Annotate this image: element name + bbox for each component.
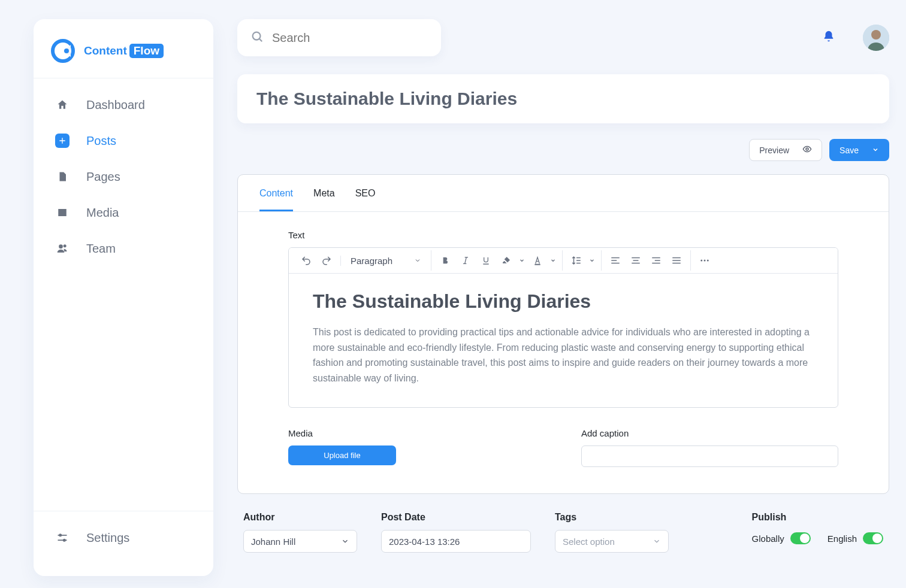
align-left-icon bbox=[610, 255, 621, 266]
svg-point-4 bbox=[59, 534, 61, 536]
user-avatar[interactable] bbox=[863, 25, 889, 51]
tags-select[interactable]: Select option bbox=[555, 530, 669, 553]
tab-content[interactable]: Content bbox=[259, 175, 293, 211]
highlight-button[interactable] bbox=[496, 250, 517, 271]
chevron-down-icon bbox=[519, 257, 525, 263]
bold-button[interactable] bbox=[435, 250, 455, 271]
editor-card: Content Meta SEO Text Paragraph bbox=[237, 174, 889, 494]
sidebar-item-pages[interactable]: Pages bbox=[44, 161, 203, 192]
editor-body: Text Paragraph bbox=[238, 212, 889, 493]
page-title: The Sustainable Living Diaries bbox=[256, 89, 870, 109]
align-center-button[interactable] bbox=[626, 250, 646, 271]
sidebar-item-label: Media bbox=[86, 206, 119, 220]
italic-button[interactable] bbox=[455, 250, 476, 271]
sidebar-item-label: Settings bbox=[86, 531, 129, 545]
text-color-button[interactable] bbox=[527, 250, 548, 271]
bell-icon bbox=[822, 30, 835, 43]
tags-label: Tags bbox=[555, 512, 669, 523]
caption-label: Add caption bbox=[581, 428, 838, 438]
sidebar-footer: Settings bbox=[34, 511, 213, 576]
highlight-icon bbox=[502, 256, 511, 265]
notifications-button[interactable] bbox=[822, 30, 835, 46]
postdate-label: Post Date bbox=[381, 512, 531, 523]
postdate-input[interactable]: 2023-04-13 13:26 bbox=[381, 530, 531, 553]
caption-input[interactable] bbox=[581, 445, 838, 467]
line-height-button[interactable] bbox=[566, 250, 587, 271]
postdate-field: Post Date 2023-04-13 13:26 bbox=[381, 512, 531, 553]
search-box[interactable] bbox=[237, 19, 441, 56]
publish-label: Publish bbox=[752, 512, 883, 523]
sidebar-item-team[interactable]: Team bbox=[44, 233, 203, 264]
editor-tabs: Content Meta SEO bbox=[238, 175, 889, 212]
sidebar-item-dashboard[interactable]: Dashboard bbox=[44, 89, 203, 120]
undo-button[interactable] bbox=[296, 250, 316, 271]
svg-point-9 bbox=[806, 148, 808, 150]
document-icon bbox=[55, 169, 70, 184]
author-select[interactable]: Johann Hill bbox=[243, 530, 357, 553]
media-label: Media bbox=[288, 428, 545, 438]
preview-button[interactable]: Preview bbox=[749, 139, 822, 161]
svg-point-1 bbox=[64, 49, 69, 53]
line-height-dropdown[interactable] bbox=[587, 250, 597, 271]
action-row: Preview Save bbox=[237, 139, 889, 161]
bold-icon bbox=[440, 256, 450, 265]
content-heading: The Sustainable Living Diaries bbox=[313, 290, 814, 313]
redo-button[interactable] bbox=[316, 250, 337, 271]
align-justify-button[interactable] bbox=[666, 250, 687, 271]
publish-field: Publish Globally English bbox=[752, 512, 883, 544]
tags-field: Tags Select option bbox=[555, 512, 669, 553]
underline-button[interactable] bbox=[476, 250, 496, 271]
publish-globally-row: Globally bbox=[752, 532, 811, 544]
svg-point-5 bbox=[64, 539, 65, 541]
svg-point-6 bbox=[253, 32, 261, 40]
text-color-dropdown[interactable] bbox=[548, 250, 558, 271]
save-button[interactable]: Save bbox=[829, 139, 889, 161]
publish-english-row: English bbox=[828, 532, 883, 544]
caption-col: Add caption bbox=[581, 428, 838, 467]
more-button[interactable] bbox=[694, 250, 715, 271]
tab-meta[interactable]: Meta bbox=[313, 175, 335, 211]
search-input[interactable] bbox=[272, 31, 428, 45]
align-justify-icon bbox=[671, 255, 682, 266]
highlight-dropdown[interactable] bbox=[517, 250, 527, 271]
tab-seo[interactable]: SEO bbox=[355, 175, 376, 211]
sidebar-item-label: Team bbox=[86, 242, 116, 256]
sidebar-item-label: Dashboard bbox=[86, 98, 145, 112]
upload-file-button[interactable]: Upload file bbox=[288, 445, 396, 465]
globally-label: Globally bbox=[752, 534, 784, 544]
svg-point-8 bbox=[871, 30, 881, 40]
search-icon bbox=[250, 30, 264, 46]
rte-content[interactable]: The Sustainable Living Diaries This post… bbox=[289, 274, 838, 407]
sidebar-nav: Dashboard Posts Pages Media bbox=[34, 78, 213, 511]
align-right-icon bbox=[651, 255, 662, 266]
undo-icon bbox=[301, 255, 312, 266]
sidebar-item-settings[interactable]: Settings bbox=[44, 522, 203, 553]
svg-point-11 bbox=[704, 260, 706, 262]
svg-point-12 bbox=[707, 260, 709, 262]
content-body: This post is dedicated to providing prac… bbox=[313, 325, 814, 386]
globally-toggle[interactable] bbox=[790, 532, 811, 544]
plus-icon bbox=[55, 134, 70, 148]
sidebar-item-posts[interactable]: Posts bbox=[44, 125, 203, 156]
sidebar-item-media[interactable]: Media bbox=[44, 197, 203, 228]
avatar-icon bbox=[863, 25, 889, 51]
block-format-select[interactable]: Paragraph bbox=[345, 256, 427, 266]
meta-row: Author Johann Hill Post Date 2023-04-13 … bbox=[237, 512, 889, 553]
image-icon bbox=[55, 205, 70, 220]
home-icon bbox=[55, 98, 70, 112]
team-icon bbox=[55, 241, 70, 256]
chevron-down-icon bbox=[341, 537, 349, 545]
logo[interactable]: ContentFlow bbox=[34, 32, 213, 78]
chevron-down-icon bbox=[550, 257, 556, 263]
italic-icon bbox=[461, 256, 470, 265]
author-label: Author bbox=[243, 512, 357, 523]
eye-icon bbox=[802, 144, 812, 156]
chevron-down-icon bbox=[589, 257, 595, 263]
align-left-button[interactable] bbox=[605, 250, 626, 271]
media-upload-col: Media Upload file bbox=[288, 428, 545, 467]
align-right-button[interactable] bbox=[646, 250, 666, 271]
rich-text-editor: Paragraph bbox=[288, 247, 838, 408]
sidebar-item-label: Pages bbox=[86, 170, 120, 184]
text-field-label: Text bbox=[288, 230, 838, 240]
english-toggle[interactable] bbox=[863, 532, 883, 544]
